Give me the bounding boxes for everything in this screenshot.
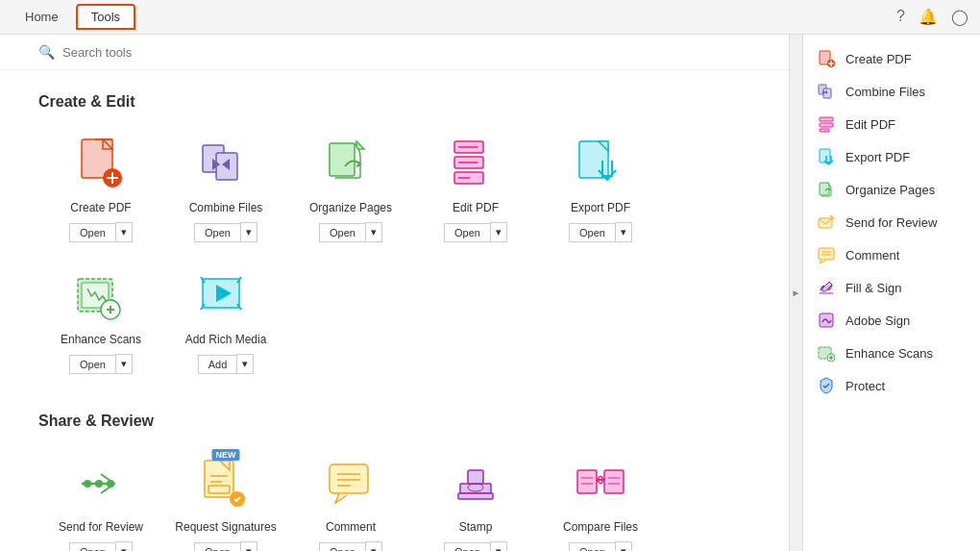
tab-tools[interactable]: Tools	[76, 4, 135, 30]
open-dropdown[interactable]: ▾	[115, 222, 133, 242]
send-review-icon	[72, 455, 130, 513]
sidebar-item-adobe-sign[interactable]: Adobe Sign	[803, 304, 980, 337]
fill-sign-sidebar-icon	[817, 278, 836, 297]
open-button[interactable]: Open	[69, 355, 115, 374]
open-dropdown[interactable]: ▾	[115, 354, 133, 374]
tool-label: Compare Files	[563, 520, 638, 534]
sidebar-item-organize-pages[interactable]: Organize Pages	[803, 173, 980, 206]
sidebar-item-export-pdf[interactable]: Export PDF	[803, 140, 980, 173]
list-item: Enhance Scans Open ▾	[38, 258, 163, 389]
list-item: Export PDF Open ▾	[538, 126, 663, 258]
add-button[interactable]: Add	[198, 355, 237, 374]
combine-files-icon	[197, 136, 255, 193]
sidebar-item-enhance-scans[interactable]: Enhance Scans	[803, 337, 980, 369]
nav-icons: ? 🔔 ◯	[896, 8, 968, 26]
list-item: Add Rich Media Add ▾	[163, 258, 288, 389]
protect-sidebar-icon	[817, 376, 836, 395]
svg-rect-35	[330, 464, 368, 493]
list-item: NEW Request Signatures	[163, 445, 288, 551]
open-button[interactable]: Open	[69, 542, 115, 552]
stamp-icon	[447, 455, 504, 513]
open-dropdown[interactable]: ▾	[490, 541, 507, 551]
open-button[interactable]: Open	[194, 542, 240, 552]
comment-icon	[322, 455, 380, 513]
help-icon[interactable]: ?	[896, 8, 905, 26]
sidebar-item-comment[interactable]: Comment	[803, 238, 980, 271]
sidebar-item-protect[interactable]: Protect	[803, 369, 980, 402]
open-btn-wrap: Open ▾	[194, 222, 257, 242]
search-bar: 🔍	[0, 35, 789, 70]
create-edit-grid: Create PDF Open ▾	[38, 126, 750, 389]
open-button[interactable]: Open	[569, 542, 615, 552]
enhance-scans-sidebar-icon	[817, 343, 836, 363]
history-icon[interactable]: ◯	[951, 8, 968, 26]
edit-pdf-sidebar-icon	[817, 114, 836, 134]
list-item: Create PDF Open ▾	[38, 126, 163, 258]
add-rich-media-icon	[197, 267, 255, 325]
open-btn-wrap: Open ▾	[319, 222, 382, 242]
tool-label: Combine Files	[189, 201, 263, 214]
sidebar-toggle[interactable]: ►	[789, 35, 802, 551]
sidebar-item-label: Organize Pages	[845, 183, 935, 197]
tool-label: Stamp	[459, 520, 493, 534]
search-input[interactable]	[62, 45, 255, 60]
open-btn-wrap: Open ▾	[444, 222, 507, 242]
share-review-grid: Send for Review Open ▾ NEW	[38, 445, 750, 551]
open-button[interactable]: Open	[444, 223, 490, 242]
bell-icon[interactable]: 🔔	[919, 8, 938, 26]
open-button[interactable]: Open	[319, 542, 365, 552]
svg-rect-7	[330, 143, 355, 176]
sidebar-item-send-review[interactable]: Send for Review	[803, 206, 980, 238]
open-btn-wrap: Open ▾	[319, 541, 382, 551]
sidebar-item-label: Send for Review	[845, 215, 937, 230]
list-item: Compare Files Open ▾	[538, 445, 663, 551]
sidebar-item-label: Protect	[845, 379, 885, 393]
sidebar-item-combine-files[interactable]: Combine Files	[803, 75, 980, 108]
create-pdf-icon	[72, 136, 130, 193]
section-create-edit-title: Create & Edit	[38, 93, 750, 111]
sidebar-item-label: Comment	[845, 248, 899, 263]
sidebar-item-label: Export PDF	[845, 150, 910, 164]
open-dropdown[interactable]: ▾	[615, 222, 632, 242]
list-item: Send for Review Open ▾	[38, 445, 163, 551]
enhance-scans-icon	[72, 267, 130, 325]
add-dropdown[interactable]: ▾	[236, 354, 254, 374]
sidebar-item-label: Create PDF	[845, 52, 912, 66]
tool-label: Enhance Scans	[61, 333, 141, 346]
list-item: Stamp Open ▾	[413, 445, 538, 551]
open-btn-wrap: Open ▾	[69, 541, 133, 551]
comment-sidebar-icon	[817, 245, 836, 264]
open-btn-wrap: Open ▾	[194, 541, 257, 551]
open-dropdown[interactable]: ▾	[240, 541, 257, 551]
sidebar-item-edit-pdf[interactable]: Edit PDF	[803, 108, 980, 140]
open-dropdown[interactable]: ▾	[240, 222, 257, 242]
open-dropdown[interactable]: ▾	[365, 541, 382, 551]
open-button[interactable]: Open	[319, 223, 365, 242]
open-dropdown[interactable]: ▾	[615, 541, 632, 551]
add-btn-wrap: Add ▾	[198, 354, 255, 374]
sidebar-item-fill-sign[interactable]: Fill & Sign	[803, 271, 980, 304]
list-item: Edit PDF Open ▾	[413, 126, 538, 258]
open-button[interactable]: Open	[569, 223, 615, 242]
open-button[interactable]: Open	[69, 223, 115, 242]
open-button[interactable]: Open	[444, 542, 490, 552]
sidebar-item-label: Fill & Sign	[845, 281, 902, 295]
tool-label: Edit PDF	[453, 201, 499, 214]
open-dropdown[interactable]: ▾	[115, 541, 133, 551]
export-pdf-sidebar-icon	[817, 147, 836, 166]
tool-label: Request Signatures	[175, 520, 276, 534]
open-dropdown[interactable]: ▾	[365, 222, 382, 242]
sidebar-item-create-pdf[interactable]: Create PDF	[803, 42, 980, 75]
svg-rect-31	[208, 486, 230, 493]
tool-label: Export PDF	[571, 201, 630, 214]
content-area: 🔍 Create & Edit	[0, 35, 789, 551]
organize-pages-icon	[322, 136, 380, 193]
svg-rect-40	[458, 493, 493, 499]
open-button[interactable]: Open	[194, 223, 240, 242]
open-dropdown[interactable]: ▾	[490, 222, 507, 242]
tool-label: Send for Review	[59, 520, 143, 534]
svg-rect-43	[577, 470, 597, 493]
sidebar-item-label: Enhance Scans	[845, 346, 933, 361]
tab-home[interactable]: Home	[12, 6, 72, 28]
request-signatures-icon	[197, 455, 255, 513]
